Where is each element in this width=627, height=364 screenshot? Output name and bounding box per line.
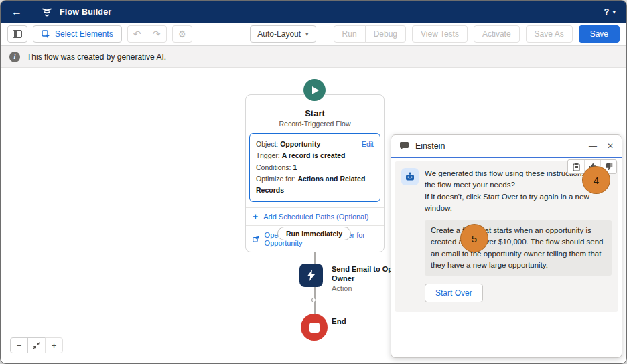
layout-selector-dropdown[interactable]: Auto-Layout ▾ — [250, 25, 316, 43]
copy-button[interactable] — [568, 160, 584, 173]
external-link-icon — [253, 235, 259, 243]
info-icon: i — [9, 52, 20, 62]
start-node-icon[interactable] — [303, 79, 326, 101]
redo-button[interactable]: ↷ — [147, 25, 167, 43]
layout-selector-label: Auto-Layout — [257, 29, 301, 39]
field-label: Trigger: — [256, 151, 280, 159]
chevron-down-icon: ▾ — [612, 9, 616, 15]
field-value: 1 — [293, 163, 297, 171]
connector-add-point[interactable] — [311, 298, 316, 302]
save-as-button[interactable]: Save As — [526, 25, 573, 43]
annotation-badge-5: 5 — [460, 224, 488, 252]
generative-ai-banner: i This flow was created by generative AI… — [1, 46, 626, 68]
banner-text: This flow was created by generative AI. — [27, 52, 166, 62]
stop-icon — [309, 323, 320, 333]
copy-icon — [573, 163, 580, 171]
panel-toggle-icon — [13, 30, 22, 38]
toggle-panel-button[interactable] — [7, 25, 27, 43]
zoom-fit-button[interactable] — [27, 337, 46, 353]
run-button[interactable]: Run — [334, 25, 366, 43]
app-title: Flow Builder — [60, 7, 111, 17]
panel-window-controls: — ✕ — [589, 141, 614, 151]
chevron-down-icon: ▾ — [305, 31, 309, 37]
edit-link[interactable]: Edit — [362, 139, 374, 150]
select-elements-label: Select Elements — [55, 29, 113, 39]
detail-row-conditions: Conditions: 1 — [256, 162, 374, 173]
detail-row-optimize: Optimize for: Actions and Related Record… — [256, 173, 374, 197]
annotation-badge-4: 4 — [582, 166, 610, 194]
minimize-icon[interactable]: — — [589, 141, 597, 151]
add-scheduled-paths-link[interactable]: + Add Scheduled Paths (Optional) — [246, 207, 384, 225]
save-button[interactable]: Save — [579, 25, 620, 43]
help-menu[interactable]: ? ▾ — [604, 7, 616, 17]
field-label: Object: — [256, 140, 278, 148]
message-line-2: If it doesn't, click Start Over to try a… — [425, 191, 612, 215]
back-arrow-icon[interactable]: ← — [11, 6, 26, 18]
start-node-subtitle: Record-Triggered Flow — [246, 120, 384, 128]
run-debug-group: Run Debug — [334, 25, 406, 43]
run-immediately-pill[interactable]: Run Immediately — [277, 227, 351, 240]
start-over-button[interactable]: Start Over — [425, 284, 483, 302]
undo-button[interactable]: ↶ — [127, 25, 147, 43]
zoom-in-button[interactable]: + — [45, 337, 63, 353]
field-value: A record is created — [282, 151, 346, 159]
end-node[interactable] — [301, 314, 328, 341]
detail-row-trigger: Trigger: A record is created — [256, 150, 374, 161]
activate-button[interactable]: Activate — [474, 25, 520, 43]
debug-button[interactable]: Debug — [365, 25, 406, 43]
robot-icon — [405, 171, 415, 182]
toolbar: Select Elements ↶ ↷ ⚙ Auto-Layout ▾ Run … — [1, 23, 626, 46]
einstein-chat-icon — [399, 141, 409, 151]
help-icon: ? — [604, 7, 610, 17]
undo-icon: ↶ — [133, 29, 141, 39]
zoom-controls: − + — [10, 337, 63, 353]
close-icon[interactable]: ✕ — [607, 141, 614, 151]
select-elements-icon — [42, 30, 50, 39]
field-label: Optimize for: — [256, 175, 296, 183]
detail-row-object: Object: Opportunity Edit — [256, 139, 374, 150]
zoom-out-button[interactable]: − — [10, 337, 28, 353]
end-node-label: End — [332, 317, 346, 325]
flow-builder-window: ← Flow Builder ? ▾ Sele — [0, 0, 627, 364]
minus-icon: − — [17, 341, 22, 351]
redo-icon: ↷ — [153, 29, 161, 39]
einstein-avatar-icon — [401, 168, 419, 185]
top-navbar: ← Flow Builder ? ▾ — [1, 1, 626, 23]
view-tests-button[interactable]: View Tests — [412, 25, 468, 43]
play-icon — [312, 86, 319, 94]
einstein-panel-header[interactable]: Einstein — ✕ — [391, 135, 622, 158]
start-trigger-details[interactable]: Object: Opportunity Edit Trigger: A reco… — [249, 133, 380, 202]
undo-redo-group: ↶ ↷ — [127, 25, 167, 43]
plus-icon: + — [52, 341, 57, 351]
flow-instructions-box: Create a flow that starts when an opport… — [425, 220, 612, 276]
field-value: Opportunity — [280, 140, 320, 148]
einstein-message-text: We generated this flow using these instr… — [425, 168, 612, 302]
select-elements-button[interactable]: Select Elements — [33, 25, 122, 43]
field-label: Conditions: — [256, 163, 291, 171]
gear-icon: ⚙ — [178, 29, 186, 39]
einstein-panel-title: Einstein — [415, 141, 445, 151]
fit-view-icon — [33, 342, 40, 349]
start-node-title: Start — [246, 108, 384, 118]
plus-icon: + — [253, 213, 258, 220]
flow-builder-logo-icon — [41, 6, 53, 18]
add-scheduled-paths-label: Add Scheduled Paths (Optional) — [263, 213, 368, 221]
send-email-action-node[interactable] — [299, 264, 323, 287]
flow-settings-button[interactable]: ⚙ — [172, 25, 192, 43]
lightning-bolt-icon — [306, 270, 316, 281]
flow-canvas[interactable]: Start Record-Triggered Flow Object: Oppo… — [1, 68, 626, 363]
